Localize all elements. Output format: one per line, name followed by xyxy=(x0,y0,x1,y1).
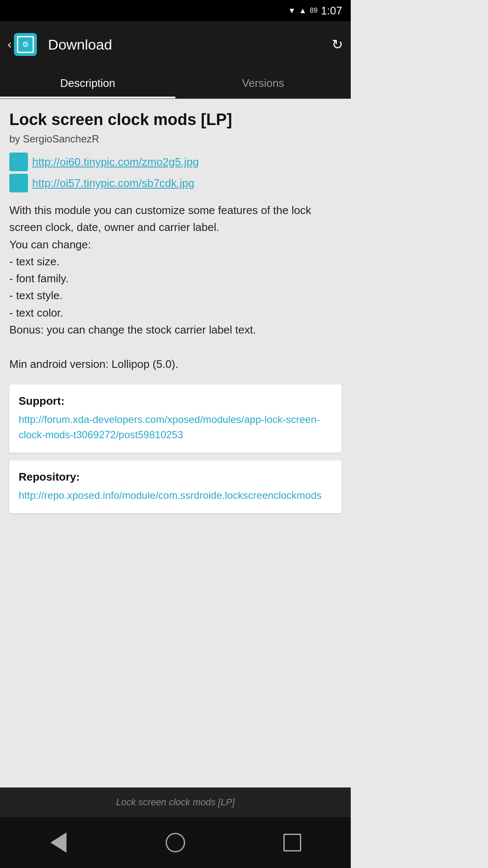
support-label: Support: xyxy=(19,395,332,408)
tabs-bar: Description Versions xyxy=(0,68,351,99)
back-arrow-icon: ‹ xyxy=(8,38,11,51)
nav-recents-icon xyxy=(283,834,301,851)
toolbar: ‹ Download ↻ xyxy=(0,21,351,68)
thumbnail-url-2: http://oi57.tinypic.com/sb7cdk.jpg xyxy=(32,177,194,190)
thumbnail-preview-1 xyxy=(9,153,28,171)
tab-versions[interactable]: Versions xyxy=(175,68,351,98)
status-icons: ▼ ▲ 89 1:07 xyxy=(288,4,342,17)
main-content: Lock screen clock mods [LP] by SergioSan… xyxy=(0,99,351,660)
nav-recents-button[interactable] xyxy=(275,826,309,860)
status-bar: ▼ ▲ 89 1:07 xyxy=(0,0,351,21)
thumbnail-links: http://oi60.tinypic.com/zmo2g5.jpg http:… xyxy=(9,153,341,192)
thumbnail-preview-2 xyxy=(9,174,28,192)
thumbnail-link-2[interactable]: http://oi57.tinypic.com/sb7cdk.jpg xyxy=(9,174,341,192)
back-button[interactable]: ‹ xyxy=(8,33,37,56)
nav-back-icon xyxy=(50,832,67,853)
thumbnail-link-1[interactable]: http://oi60.tinypic.com/zmo2g5.jpg xyxy=(9,153,341,171)
repository-card: Repository: http://repo.xposed.info/modu… xyxy=(9,460,341,513)
nav-home-button[interactable] xyxy=(158,826,192,860)
bottom-bar: Lock screen clock mods [LP] xyxy=(0,787,351,817)
thumbnail-url-1: http://oi60.tinypic.com/zmo2g5.jpg xyxy=(32,156,199,169)
repository-label: Repository: xyxy=(19,470,332,484)
toolbar-title: Download xyxy=(48,36,112,53)
signal-icon: ▲ xyxy=(299,6,307,15)
tab-description[interactable]: Description xyxy=(0,68,175,98)
description-text: With this module you can customize some … xyxy=(9,202,341,373)
repository-link[interactable]: http://repo.xposed.info/module/com.ssrdr… xyxy=(19,490,322,501)
nav-bar xyxy=(0,817,351,868)
battery-icon: 89 xyxy=(310,7,318,14)
app-title: Lock screen clock mods [LP] xyxy=(9,111,341,129)
support-link[interactable]: http://forum.xda-developers.com/xposed/m… xyxy=(19,414,320,440)
status-time: 1:07 xyxy=(321,4,342,17)
wifi-icon: ▼ xyxy=(288,6,296,15)
app-author: by SergioSanchezR xyxy=(9,133,341,145)
toolbar-back: ‹ Download xyxy=(8,33,332,56)
module-icon xyxy=(14,33,37,56)
refresh-button[interactable]: ↻ xyxy=(332,36,343,53)
nav-home-icon xyxy=(166,833,185,852)
bottom-bar-text: Lock screen clock mods [LP] xyxy=(116,797,235,808)
nav-back-button[interactable] xyxy=(42,826,75,860)
support-card: Support: http://forum.xda-developers.com… xyxy=(9,384,341,453)
